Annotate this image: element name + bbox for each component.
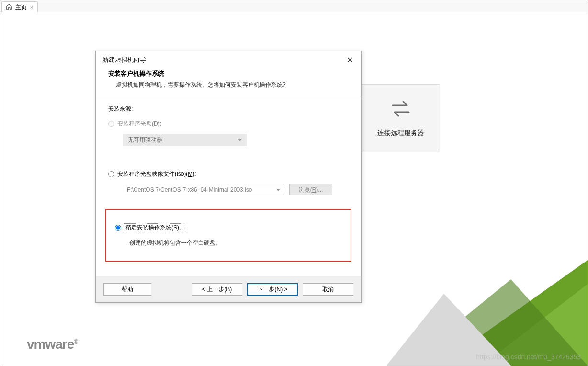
dialog-titlebar: 新建虚拟机向导 ✕ xyxy=(96,51,361,68)
main-area: 连接远程服务器 vmware® https://blog.csdn.net/m0… xyxy=(0,12,588,366)
dialog-body: 安装来源: 安装程序光盘(D): 无可用驱动器 安装程序光盘映像文件(iso)(… xyxy=(96,96,361,276)
disc-dropdown[interactable]: 无可用驱动器 xyxy=(123,134,247,146)
remote-card-label: 连接远程服务器 xyxy=(377,129,424,137)
tab-home[interactable]: 主页 ✕ xyxy=(1,1,38,12)
radio-iso[interactable] xyxy=(108,171,114,177)
browse-button[interactable]: 浏览(R)... xyxy=(289,184,332,195)
dialog-header: 安装客户机操作系统 虚拟机如同物理机，需要操作系统。您将如何安装客户机操作系统? xyxy=(96,68,361,96)
option-disc-label: 安装程序光盘(D): xyxy=(117,120,161,128)
option-iso[interactable]: 安装程序光盘映像文件(iso)(M): xyxy=(108,170,349,178)
tab-bar: 主页 ✕ xyxy=(0,0,588,12)
help-button[interactable]: 帮助 xyxy=(103,283,151,296)
dialog-close-button[interactable]: ✕ xyxy=(344,55,355,65)
tab-label: 主页 xyxy=(15,3,27,11)
dialog-heading: 安装客户机操作系统 xyxy=(108,69,349,78)
radio-disc xyxy=(108,121,114,127)
new-vm-wizard-dialog: 新建虚拟机向导 ✕ 安装客户机操作系统 虚拟机如同物理机，需要操作系统。您将如何… xyxy=(95,51,362,303)
dialog-subheading: 虚拟机如同物理机，需要操作系统。您将如何安装客户机操作系统? xyxy=(108,81,349,89)
dialog-title: 新建虚拟机向导 xyxy=(102,56,146,64)
later-description: 创建的虚拟机将包含一个空白硬盘。 xyxy=(129,239,346,247)
home-icon xyxy=(6,3,12,11)
option-iso-label: 安装程序光盘映像文件(iso)(M): xyxy=(117,170,196,178)
source-label: 安装来源: xyxy=(108,105,349,113)
dialog-footer: 帮助 < 上一步(B) 下一步(N) > 取消 xyxy=(96,276,361,302)
vmware-logo: vmware® xyxy=(27,337,78,352)
close-tab-icon[interactable]: ✕ xyxy=(30,5,34,10)
back-button[interactable]: < 上一步(B) xyxy=(192,283,242,296)
transfer-icon xyxy=(390,100,412,119)
option-disc[interactable]: 安装程序光盘(D): xyxy=(108,120,349,128)
remote-server-card[interactable]: 连接远程服务器 xyxy=(361,84,440,152)
radio-later[interactable] xyxy=(115,225,121,231)
next-button[interactable]: 下一步(N) > xyxy=(247,283,298,296)
iso-path-input[interactable]: F:\CentOS 7\CentOS-7-x86_64-Minimal-2003… xyxy=(123,184,284,195)
cancel-button[interactable]: 取消 xyxy=(303,283,353,296)
option-later-label: 稍后安装操作系统(S)。 xyxy=(124,223,186,232)
highlight-box: 稍后安装操作系统(S)。 创建的虚拟机将包含一个空白硬盘。 xyxy=(105,209,351,262)
watermark: https://blog.csdn.net/m0_37426353 xyxy=(476,353,581,361)
option-later[interactable]: 稍后安装操作系统(S)。 xyxy=(115,223,346,232)
